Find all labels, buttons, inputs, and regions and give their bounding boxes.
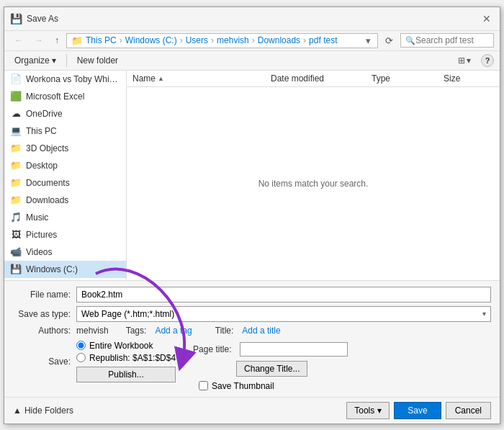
sidebar-icon-pictures: 🖼 [10, 229, 22, 241]
path-dropdown-button[interactable]: ▾ [364, 35, 373, 46]
path-downloads[interactable]: Downloads [258, 35, 300, 45]
search-icon: 🔍 [405, 36, 415, 45]
sidebar-label-documents: Documents [26, 178, 70, 188]
path-pdftest[interactable]: pdf test [309, 35, 337, 45]
authors-value: mehvish [76, 326, 109, 336]
col-name-header[interactable]: Name ▲ [132, 73, 271, 84]
entire-workbook-row: Entire Workbook [76, 341, 176, 351]
save-button[interactable]: Save [394, 402, 441, 419]
bottom-section: File name: Save as type: Web Page (*.htm… [4, 280, 500, 397]
path-windows-c[interactable]: Windows (C:) [125, 35, 177, 45]
save-type-arrow: ▾ [482, 310, 486, 318]
dialog-title: Save As [27, 14, 58, 24]
main-area: 📄Workona vs Toby Which Chror...🟩Microsof… [4, 71, 500, 280]
tags-label: Tags: [126, 326, 147, 336]
title-bar: 💾 Save As ✕ [4, 7, 500, 31]
view-arrow: ▾ [467, 55, 471, 66]
sidebar-label-music: Music [26, 212, 48, 223]
sidebar-item-music[interactable]: 🎵Music [4, 209, 126, 226]
tags-add-link[interactable]: Add a tag [155, 326, 192, 336]
search-box: 🔍 [400, 33, 494, 48]
save-as-dialog: 💾 Save As ✕ ← → ↑ 📁 This PC › Windows (C… [4, 6, 500, 424]
sidebar-item-desktop[interactable]: 📁Desktop [4, 157, 126, 174]
file-name-input[interactable] [76, 287, 491, 303]
search-input[interactable] [415, 35, 489, 45]
title-add-link[interactable]: Add a title [242, 326, 280, 336]
back-button[interactable]: ← [10, 33, 27, 48]
sidebar-icon-downloads: 📁 [10, 194, 22, 206]
col-date-header[interactable]: Date modified [271, 73, 372, 84]
sidebar-item-onedrive[interactable]: ☁OneDrive [4, 105, 126, 122]
cancel-button[interactable]: Cancel [446, 402, 491, 419]
entire-workbook-label: Entire Workbook [89, 341, 153, 351]
organize-button[interactable]: Organize ▾ [10, 54, 60, 67]
col-type-header[interactable]: Type [372, 73, 444, 84]
republish-radio[interactable] [76, 353, 86, 362]
save-thumbnail-checkbox[interactable] [199, 381, 208, 390]
save-thumbnail-row: Save Thumbnail [199, 381, 348, 391]
meta-row: Authors: mehvish Tags: Add a tag Title: … [13, 326, 491, 336]
sidebar-label-excel: Microsoft Excel [26, 91, 84, 102]
save-options-left: Save: Entire Workbook Republish: $A$1:$D… [13, 341, 176, 382]
radio-group: Entire Workbook Republish: $A$1:$D$4 Pub… [76, 341, 176, 382]
hide-folders-icon: ▲ [13, 406, 22, 416]
sidebar-label-onedrive: OneDrive [26, 109, 63, 119]
sidebar-label-3d: 3D Objects [26, 143, 68, 153]
up-button[interactable]: ↑ [50, 33, 63, 48]
view-button[interactable]: ⊞ ▾ [454, 53, 475, 68]
page-title-input[interactable] [240, 342, 348, 357]
new-folder-label: New folder [77, 55, 118, 66]
sidebar-item-pictures[interactable]: 🖼Pictures [4, 226, 126, 243]
sidebar-item-3d[interactable]: 📁3D Objects [4, 140, 126, 157]
organize-label: Organize [14, 55, 50, 66]
republish-label: Republish: $A$1:$D$4 [89, 353, 176, 363]
sidebar-icon-workona: 📄 [10, 73, 22, 85]
content-area: Name ▲ Date modified Type Size No items … [127, 71, 500, 280]
sidebar-item-downloads[interactable]: 📁Downloads [4, 192, 126, 209]
dialog-icon: 💾 [10, 13, 22, 24]
page-title-label: Page title: [193, 344, 231, 354]
title-label: Title: [215, 326, 234, 336]
col-size-header[interactable]: Size [444, 73, 494, 84]
sidebar-item-windows_c[interactable]: 💾Windows (C:) [4, 261, 126, 278]
path-users[interactable]: Users [186, 35, 208, 45]
file-name-row: File name: [13, 287, 491, 303]
sidebar-item-workona[interactable]: 📄Workona vs Toby Which Chror... [4, 71, 126, 88]
sidebar-icon-thispc: 💻 [10, 125, 22, 137]
path-mehvish[interactable]: mehvish [217, 35, 249, 45]
sidebar-icon-music: 🎵 [10, 212, 22, 223]
title-bar-left: 💾 Save As [10, 13, 58, 24]
help-button[interactable]: ? [481, 54, 494, 67]
toolbar: Organize ▾ New folder ⊞ ▾ ? [4, 51, 500, 71]
sidebar-item-excel[interactable]: 🟩Microsoft Excel [4, 88, 126, 105]
sidebar-item-documents[interactable]: 📁Documents [4, 174, 126, 192]
sidebar-label-thispc: This PC [26, 126, 57, 136]
save-type-value: Web Page (*.htm;*.html) [81, 309, 174, 319]
close-button[interactable]: ✕ [480, 12, 494, 26]
publish-button[interactable]: Publish... [76, 367, 176, 382]
path-bar[interactable]: 📁 This PC › Windows (C:) › Users › mehvi… [66, 33, 378, 48]
nav-bar: ← → ↑ 📁 This PC › Windows (C:) › Users ›… [4, 31, 500, 51]
new-folder-button[interactable]: New folder [73, 54, 122, 67]
entire-workbook-radio[interactable] [76, 341, 86, 350]
toolbar-separator [66, 54, 67, 67]
change-title-button[interactable]: Change Title... [236, 361, 307, 377]
save-thumbnail-label: Save Thumbnail [212, 381, 274, 391]
save-type-row: Save as type: Web Page (*.htm;*.html) ▾ [13, 306, 491, 322]
sidebar-label-downloads: Downloads [26, 195, 68, 205]
sidebar-item-videos[interactable]: 📹Videos [4, 243, 126, 261]
folder-icon: 📁 [71, 35, 83, 46]
republish-row: Republish: $A$1:$D$4 [76, 353, 176, 363]
sidebar-icon-windows_c: 💾 [10, 264, 22, 275]
path-thispc[interactable]: This PC [86, 35, 117, 45]
refresh-button[interactable]: ⟳ [381, 33, 397, 48]
save-type-dropdown[interactable]: Web Page (*.htm;*.html) ▾ [76, 306, 491, 322]
hide-folders-button[interactable]: ▲ Hide Folders [13, 406, 73, 416]
tools-button[interactable]: Tools ▾ [346, 402, 390, 419]
sidebar-label-workona: Workona vs Toby Which Chror... [26, 74, 120, 84]
bottom-toolbar: ▲ Hide Folders Tools ▾ Save Cancel [4, 397, 500, 424]
page-title-row: Page title: [193, 342, 348, 357]
forward-button[interactable]: → [30, 33, 48, 48]
file-list: No items match your search. [127, 87, 500, 280]
sidebar-item-thispc[interactable]: 💻This PC [4, 122, 126, 140]
